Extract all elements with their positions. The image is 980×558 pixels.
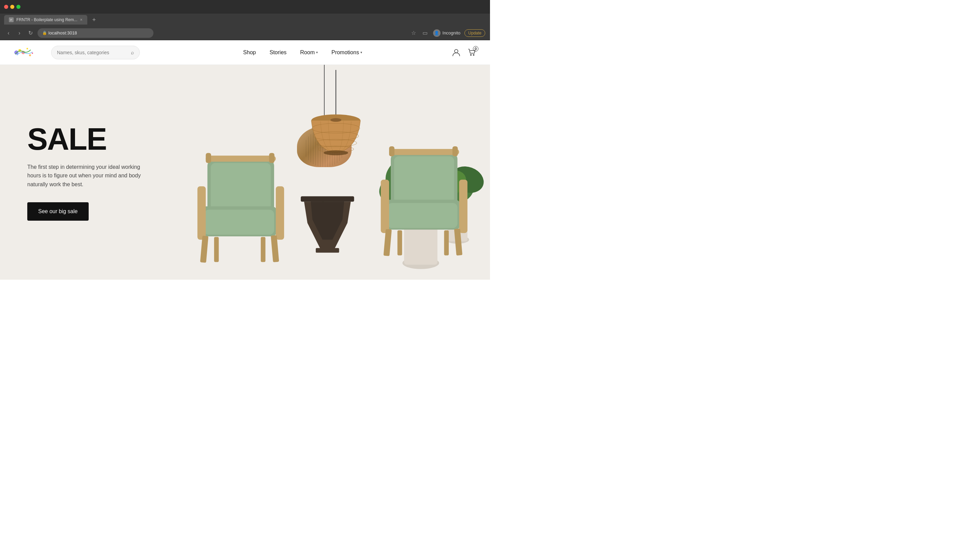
address-bar: ‹ › ↻ 🔒 localhost:3018 ☆ ▭ 👤 Incognito U… [0,26,490,40]
hero-cta-button[interactable]: See our big sale [27,202,88,221]
browser-actions: ☆ ▭ 👤 Incognito Update [410,30,485,37]
svg-rect-56 [444,230,449,255]
hero-section: SALE The first step in determining your … [0,65,490,280]
room-dropdown-arrow: ▾ [316,51,318,54]
account-icon [452,48,461,57]
update-button[interactable]: Update [464,30,485,37]
svg-point-66 [324,150,348,155]
svg-rect-59 [452,146,458,156]
search-bar[interactable]: ⌕ [51,46,140,59]
svg-rect-51 [381,180,389,233]
account-button[interactable] [452,48,461,57]
svg-rect-40 [206,156,275,162]
svg-point-6 [454,49,458,53]
svg-rect-41 [206,153,211,163]
svg-rect-46 [316,248,339,253]
back-button[interactable]: ‹ [5,30,12,37]
svg-point-5 [32,53,33,54]
furniture-scene [172,65,490,280]
nav-links: Shop Stories Room ▾ Promotions ▾ [154,49,452,56]
tab-close-button[interactable]: × [80,17,82,22]
traffic-lights [4,5,20,9]
tab-title: FRNTR - Boilerplate using Rem... [16,17,77,22]
site-navigation: ⌕ Shop Stories Room ▾ Promotions ▾ [0,40,490,65]
new-tab-button[interactable]: + [90,16,98,24]
pendant-lamp-svg [305,65,367,167]
svg-rect-55 [397,230,402,255]
svg-rect-48 [394,156,454,203]
nav-room[interactable]: Room ▾ [300,49,318,56]
svg-rect-57 [389,149,459,155]
svg-rect-50 [387,203,457,228]
search-input[interactable] [57,50,128,55]
promotions-dropdown-arrow: ▾ [361,51,362,54]
svg-rect-39 [261,237,265,262]
svg-rect-31 [211,163,271,210]
nav-stories[interactable]: Stories [269,49,287,56]
maximize-window-button[interactable] [16,5,20,9]
sidebar-button[interactable]: ▭ [421,30,429,37]
site-logo[interactable] [14,46,41,59]
address-input[interactable]: 🔒 localhost:3018 [38,28,154,38]
svg-rect-58 [389,146,395,156]
svg-rect-38 [214,237,219,262]
close-window-button[interactable] [4,5,8,9]
nav-shop[interactable]: Shop [243,49,256,56]
logo-graphic [14,46,34,59]
svg-point-4 [29,54,31,56]
minimize-window-button[interactable] [10,5,14,9]
forward-button[interactable]: › [16,30,23,37]
bookmark-button[interactable]: ☆ [410,30,417,37]
svg-rect-53 [383,229,392,256]
svg-rect-10 [404,225,438,265]
hero-title: SALE [27,124,143,154]
hero-content: SALE The first step in determining your … [0,103,170,241]
tab-bar: F FRNTR - Boilerplate using Rem... × + [0,14,490,26]
svg-rect-52 [459,180,467,233]
refresh-button[interactable]: ↻ [26,30,34,37]
incognito-icon: 👤 [433,30,441,37]
hero-subtitle: The first step in determining your ideal… [27,163,143,189]
url-text: localhost:3018 [48,30,77,36]
cart-button[interactable]: 0 [467,48,476,57]
tab-favicon: F [9,17,14,22]
nav-actions: 0 [452,48,476,57]
svg-point-67 [330,118,341,122]
website-content: ⌕ Shop Stories Room ▾ Promotions ▾ [0,40,490,280]
nav-promotions[interactable]: Promotions ▾ [331,49,362,56]
svg-point-8 [473,54,474,55]
active-tab[interactable]: F FRNTR - Boilerplate using Rem... × [4,15,87,25]
incognito-label: Incognito [442,30,461,36]
svg-rect-35 [276,186,284,240]
svg-marker-3 [26,48,28,49]
svg-rect-42 [269,153,274,163]
side-table [301,197,354,253]
svg-rect-43 [301,197,354,202]
lock-icon: 🔒 [42,31,47,35]
svg-rect-34 [197,186,206,240]
cart-badge: 0 [473,46,479,51]
svg-rect-33 [204,210,274,235]
svg-point-7 [470,54,472,55]
browser-title-bar [0,0,490,14]
search-icon: ⌕ [131,49,134,55]
svg-rect-36 [200,236,208,263]
hero-image [172,65,490,280]
incognito-button[interactable]: 👤 Incognito [433,30,461,37]
chair-left [197,153,284,263]
